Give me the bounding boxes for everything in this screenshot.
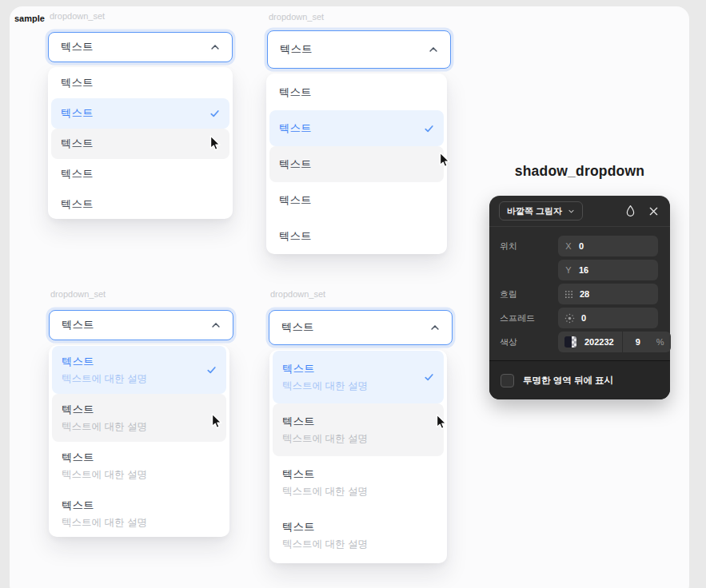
shadow-y-input[interactable]: Y 16 — [558, 260, 658, 280]
shadow-x-input[interactable]: X 0 — [558, 236, 658, 256]
shadow-type-dropdown[interactable]: 바깥쪽 그림자 — [499, 201, 583, 220]
dropdown-option-selected[interactable]: 텍스트 텍스트에 대한 설명 — [273, 351, 444, 403]
dropdown-trigger[interactable]: 텍스트 — [267, 30, 451, 69]
close-icon[interactable] — [648, 206, 659, 217]
frame-title: sample — [14, 14, 45, 23]
mouse-cursor-icon — [436, 151, 453, 169]
chevron-up-icon — [209, 42, 221, 53]
dropdown-option[interactable]: 텍스트 — [269, 182, 444, 218]
panel-body: 위치 X 0 Y 16 흐림 28 — [489, 227, 670, 362]
dropdown-menu: 텍스트 텍스트에 대한 설명 텍스트 텍스트에 대한 설명 텍스트 텍스트에 대… — [269, 350, 447, 563]
design-canvas: sample dropdown_set 텍스트 텍스트 텍스트 텍스트 텍스트 … — [0, 0, 706, 588]
shadow-spread-input[interactable]: 0 — [558, 308, 658, 328]
blend-droplet-icon[interactable] — [624, 205, 636, 217]
dropdown-trigger[interactable]: 텍스트 — [49, 310, 233, 340]
dropdown-option[interactable]: 텍스트 — [51, 189, 229, 220]
dropdown-option-hovered[interactable]: 텍스트 텍스트에 대한 설명 — [273, 403, 444, 456]
dropdown-option-hovered[interactable]: 텍스트 텍스트에 대한 설명 — [52, 394, 226, 442]
shadow-dropdown-title: shadow_dropdown — [489, 163, 670, 180]
mouse-cursor-icon — [206, 134, 223, 153]
dropdown-option[interactable]: 텍스트 텍스트에 대한 설명 — [52, 442, 226, 490]
dropdown-option-hovered[interactable]: 텍스트 — [269, 146, 444, 182]
color-swatch[interactable] — [564, 336, 576, 348]
dropdown-option-hovered[interactable]: 텍스트 — [51, 129, 229, 159]
checkbox-label: 투명한 영역 뒤에 표시 — [523, 375, 613, 387]
dropdown-menu: 텍스트 텍스트 텍스트 텍스트 텍스트 — [48, 67, 233, 219]
dropdown-option[interactable]: 텍스트 — [269, 74, 444, 110]
divider — [622, 332, 623, 352]
check-icon — [205, 364, 217, 376]
behind-transparent-checkbox[interactable] — [501, 374, 514, 387]
mouse-cursor-icon — [208, 412, 225, 431]
chevron-up-icon — [428, 44, 439, 55]
dropdown-option-selected[interactable]: 텍스트 — [269, 110, 444, 146]
percent-unit: % — [656, 337, 664, 347]
dropdown-option[interactable]: 텍스트 — [51, 68, 229, 98]
panel-header: 바깥쪽 그림자 — [489, 196, 670, 227]
shadow-blur-input[interactable]: 28 — [558, 284, 658, 304]
chevron-up-icon — [429, 322, 441, 333]
check-icon — [209, 108, 221, 120]
trigger-value: 텍스트 — [62, 318, 94, 332]
component-label: dropdown_set — [50, 11, 105, 21]
chevron-up-icon — [210, 320, 221, 331]
component-label: dropdown_set — [50, 289, 106, 299]
dropdown-option-selected[interactable]: 텍스트 텍스트에 대한 설명 — [52, 346, 226, 394]
check-icon — [423, 371, 435, 383]
blur-grid-icon — [564, 290, 573, 299]
chevron-down-icon — [568, 208, 575, 215]
dropdown-menu: 텍스트 텍스트 텍스트 텍스트 텍스트 — [266, 74, 447, 254]
dropdown-option-selected[interactable]: 텍스트 — [51, 98, 229, 129]
trigger-value: 텍스트 — [281, 320, 314, 335]
mouse-cursor-icon — [433, 413, 449, 431]
sun-icon — [564, 313, 575, 324]
color-label: 색상 — [500, 336, 558, 348]
position-label: 위치 — [500, 240, 558, 252]
dropdown-trigger[interactable]: 텍스트 — [269, 310, 453, 345]
shadow-color-input[interactable]: 202232 9 % — [558, 332, 671, 352]
dropdown-option[interactable]: 텍스트 — [51, 159, 229, 189]
color-opacity-value[interactable]: 9 — [631, 337, 645, 347]
spread-label: 스프레드 — [500, 312, 558, 324]
blur-label: 흐림 — [500, 288, 558, 300]
dropdown-option[interactable]: 텍스트 — [269, 218, 444, 254]
dropdown-option[interactable]: 텍스트 텍스트에 대한 설명 — [52, 490, 226, 538]
component-label: dropdown_set — [270, 289, 325, 299]
component-label: dropdown_set — [269, 12, 324, 22]
dropdown-trigger[interactable]: 텍스트 — [48, 32, 233, 62]
trigger-value: 텍스트 — [280, 42, 313, 57]
panel-footer: 투명한 영역 뒤에 표시 — [489, 360, 670, 399]
dropdown-menu: 텍스트 텍스트에 대한 설명 텍스트 텍스트에 대한 설명 텍스트 텍스트에 대… — [49, 345, 229, 537]
color-hex-value: 202232 — [584, 337, 614, 347]
check-icon — [423, 122, 435, 134]
trigger-value: 텍스트 — [61, 40, 94, 54]
shadow-effect-panel: 바깥쪽 그림자 위치 X 0 Y 16 — [489, 196, 670, 399]
dropdown-option[interactable]: 텍스트 텍스트에 대한 설명 — [273, 509, 444, 562]
dropdown-option[interactable]: 텍스트 텍스트에 대한 설명 — [273, 456, 444, 509]
